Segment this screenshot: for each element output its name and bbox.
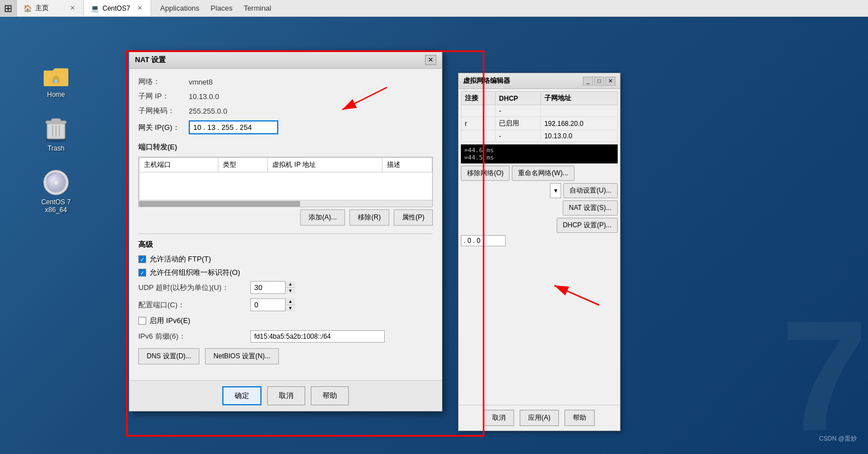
- ok-button[interactable]: 确定: [222, 386, 262, 405]
- taskbar-tabs: 🏠 主页 ✕ 💻 CentOS7 ✕: [17, 0, 151, 16]
- udp-timeout-label: UDP 超时(以秒为单位)(U)：: [138, 283, 250, 293]
- config-spinner-up[interactable]: ▲: [286, 298, 295, 305]
- ipv6-checkbox[interactable]: [138, 317, 146, 325]
- add-port-btn[interactable]: 添加(A)...: [300, 209, 345, 226]
- home-icon-label: Home: [47, 91, 65, 99]
- gateway-label: 网关 IP(G)：: [138, 123, 189, 133]
- bg-window-footer: 取消 应用(A) 帮助: [459, 405, 620, 430]
- taskbar-menu: Applications Places Terminal: [151, 0, 280, 16]
- bg-cancel-btn[interactable]: 取消: [484, 410, 514, 426]
- bottom-buttons-row: DNS 设置(D)... NetBIOS 设置(N)...: [138, 348, 433, 364]
- menu-applications[interactable]: Applications: [156, 2, 204, 15]
- subnet-ip-label: 子网 IP：: [138, 91, 189, 101]
- port-buttons: 添加(A)... 移除(R) 属性(P): [138, 209, 433, 226]
- net-row-2: r 已启用 192.168.20.0: [461, 117, 618, 130]
- home-tab-icon: 🏠: [24, 4, 32, 12]
- nat-close-button[interactable]: ✕: [425, 55, 436, 65]
- col-type: 类型: [218, 158, 268, 172]
- virtual-network-editor-window: 虚拟网络编辑器 _ □ ✕ 注接 DHCP 子网地址: [458, 73, 620, 431]
- desktop: 7 Home: [0, 17, 868, 454]
- udp-timeout-input-wrapper: ▲ ▼: [250, 281, 295, 294]
- centos7-tab-label: CentOS7: [102, 4, 130, 12]
- start-button[interactable]: ⊞: [0, 0, 17, 17]
- svg-rect-7: [52, 119, 60, 121]
- nat-dialog-titlebar: NAT 设置 ✕: [129, 51, 442, 69]
- trash-icon-label: Trash: [48, 144, 64, 152]
- bg-window-title-text: 虚拟网络编辑器: [463, 76, 510, 86]
- menu-places[interactable]: Places: [206, 2, 237, 15]
- ping-line-1: =44.6 ms: [464, 147, 614, 154]
- nat-dialog-footer: 确定 取消 帮助: [129, 380, 442, 411]
- maximize-button[interactable]: □: [594, 77, 604, 86]
- tab-home[interactable]: 🏠 主页 ✕: [17, 0, 84, 16]
- ping-line-2: =44.5 ms: [464, 154, 614, 161]
- network-label: 网络：: [138, 77, 189, 87]
- col-desc: 描述: [382, 158, 432, 172]
- config-spinner-down[interactable]: ▼: [286, 305, 295, 311]
- cancel-button[interactable]: 取消: [267, 386, 305, 405]
- gateway-input[interactable]: [189, 120, 278, 134]
- advanced-title: 高级: [138, 240, 433, 250]
- home-tab-close[interactable]: ✕: [68, 4, 77, 13]
- nat-dialog: NAT 设置 ✕ 网络： vmnet8 子网 IP： 10.13.0.0 子网掩…: [129, 50, 442, 411]
- auto-setup-btn[interactable]: 自动设置(U)...: [563, 183, 618, 198]
- taskbar: ⊞ 🏠 主页 ✕ 💻 CentOS7 ✕ Applications Places…: [0, 0, 868, 17]
- bg-help-btn[interactable]: 帮助: [564, 410, 595, 426]
- table-scrollbar[interactable]: [139, 200, 432, 207]
- tab-centos7[interactable]: 💻 CentOS7 ✕: [84, 0, 151, 16]
- trash-icon[interactable]: Trash: [34, 115, 78, 152]
- udp-timeout-row: UDP 超时(以秒为单位)(U)： ▲ ▼: [138, 281, 433, 294]
- ipv6-prefix-input[interactable]: [250, 330, 385, 343]
- advanced-section: 高级 允许活动的 FTP(T) 允许任何组织唯一标识符(O) UDP 超时(以秒…: [138, 233, 433, 343]
- close-button[interactable]: ✕: [605, 77, 615, 86]
- bg-apply-btn[interactable]: 应用(A): [520, 410, 559, 426]
- gateway-row: 网关 IP(G)：: [138, 120, 433, 134]
- net-row-1: -: [461, 105, 618, 117]
- port-forward-title: 端口转发(E): [138, 142, 433, 152]
- centos-icon[interactable]: CentOS 7 x86_64: [34, 169, 78, 214]
- remove-port-btn[interactable]: 移除(R): [349, 209, 389, 226]
- netbios-settings-btn[interactable]: NetBIOS 设置(N)...: [205, 348, 278, 364]
- ip-input[interactable]: . 0 . 0: [461, 235, 506, 246]
- minimize-button[interactable]: _: [583, 77, 593, 86]
- udp-spinner-down[interactable]: ▼: [286, 288, 295, 294]
- dns-settings-btn[interactable]: DNS 设置(D)...: [138, 348, 199, 364]
- allow-uuid-checkbox[interactable]: [138, 269, 146, 277]
- centos-icon-label: CentOS 7 x86_64: [34, 198, 78, 214]
- csdn-watermark: CSDN @蛋炒: [819, 434, 857, 443]
- start-icon: ⊞: [4, 2, 12, 15]
- window-controls: _ □ ✕: [583, 77, 615, 86]
- dhcp-settings-btn[interactable]: DHCP 设置(P)...: [557, 218, 618, 233]
- ping-output: =44.6 ms =44.5 ms: [461, 144, 618, 163]
- scrollbar-thumb: [139, 201, 300, 207]
- col-dhcp: DHCP: [496, 92, 541, 105]
- trash-folder-icon: [43, 115, 69, 142]
- udp-spinner-up[interactable]: ▲: [286, 281, 295, 288]
- ip-input-row: . 0 . 0: [461, 235, 618, 246]
- properties-port-btn[interactable]: 属性(P): [394, 209, 433, 226]
- rename-network-btn[interactable]: 重命名网络(W)...: [512, 166, 574, 181]
- home-icon[interactable]: Home: [34, 62, 78, 99]
- allow-ftp-checkbox[interactable]: [138, 255, 146, 263]
- network-row: 网络： vmnet8: [138, 77, 433, 87]
- menu-terminal[interactable]: Terminal: [239, 2, 276, 15]
- col-connect: 注接: [461, 92, 496, 105]
- home-tab-label: 主页: [35, 3, 49, 13]
- ipv6-row: 启用 IPv6(E): [138, 316, 433, 326]
- network-dropdown[interactable]: ▼: [550, 183, 561, 198]
- config-port-spinner: ▲ ▼: [285, 298, 295, 311]
- ipv6-prefix-row: IPv6 前缀(6)：: [138, 330, 433, 343]
- remove-network-btn[interactable]: 移除网络(O): [461, 166, 510, 181]
- nat-dialog-title-text: NAT 设置: [135, 55, 166, 65]
- subnet-mask-value: 255.255.0.0: [189, 107, 227, 115]
- col-subnet: 子网地址: [540, 92, 617, 105]
- centos7-tab-close[interactable]: ✕: [135, 4, 144, 13]
- subnet-ip-value: 10.13.0.0: [189, 92, 219, 101]
- help-button[interactable]: 帮助: [311, 386, 349, 405]
- port-forward-table-container: 主机端口 类型 虚拟机 IP 地址 描述: [138, 157, 433, 207]
- nat-settings-btn[interactable]: NAT 设置(S)...: [563, 200, 618, 216]
- col-vm-ip: 虚拟机 IP 地址: [268, 158, 382, 172]
- allow-ftp-row: 允许活动的 FTP(T): [138, 254, 433, 264]
- nat-dialog-body: 网络： vmnet8 子网 IP： 10.13.0.0 子网掩码： 255.25…: [129, 69, 442, 380]
- col-host-port: 主机端口: [139, 158, 218, 172]
